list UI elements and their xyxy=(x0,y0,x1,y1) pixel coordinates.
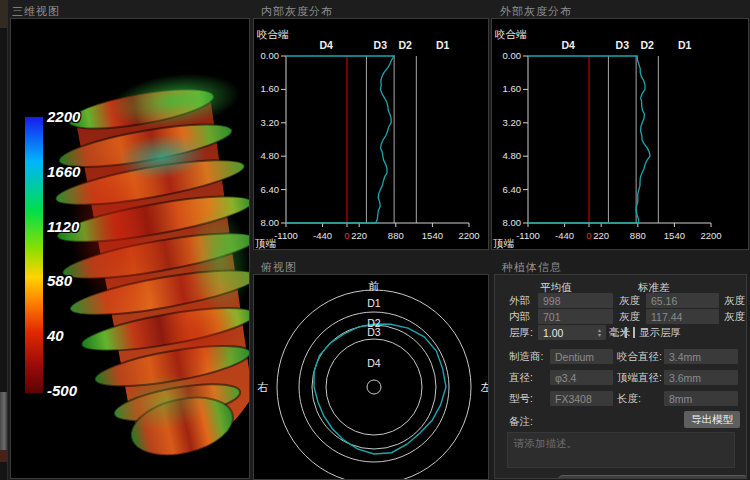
zone-label: D3 xyxy=(367,326,381,338)
y-tick-label: 8.00 xyxy=(261,217,280,228)
x-tick-label: 2200 xyxy=(700,230,721,241)
y-tick-label: 6.40 xyxy=(503,184,522,195)
zone-label: D1 xyxy=(678,39,692,51)
spinner-down-icon[interactable]: ▾ xyxy=(598,333,601,338)
y-tick-label: 6.40 xyxy=(261,184,280,195)
left-edge-red-accent xyxy=(0,450,7,462)
apex-diameter-label: 顶端直径: xyxy=(617,370,662,385)
panel-external-distribution: 外部灰度分布 咬合端 0.001.603.204.806.408.00-1100… xyxy=(491,0,750,253)
gray-unit-label: 灰度 xyxy=(724,309,745,324)
y-tick-label: 3.20 xyxy=(261,117,280,128)
left-side-label: 左 xyxy=(481,381,489,393)
zone-label: D1 xyxy=(436,39,450,51)
external-std-input[interactable] xyxy=(646,293,719,308)
zone-label: D3 xyxy=(616,39,630,51)
panel-internal-distribution: 内部灰度分布 咬合端 0.001.603.204.806.408.00-1100… xyxy=(252,0,489,253)
internal-label: 内部 xyxy=(509,309,530,324)
thickness-spinner[interactable]: ▴▾ xyxy=(538,325,606,340)
left-edge-scroll-thumb xyxy=(0,392,7,450)
collapsed-panel-edge[interactable] xyxy=(558,475,747,479)
viewport-3d[interactable]: 2200 1660 1120 580 40 -500 xyxy=(10,18,250,479)
y-tick-label: 0.00 xyxy=(503,50,522,61)
panel-implant-info: 种植体信息 平均值 标准差 外部 灰度 灰度 内部 灰度 灰度 层厚: ▴▾ 毫… xyxy=(491,256,750,480)
panel-3d-view: 三维视图 xyxy=(8,0,252,480)
occlusal-diameter-input[interactable] xyxy=(664,349,738,364)
y-tick-label: 8.00 xyxy=(503,217,522,228)
colorbar-label: -500 xyxy=(47,383,77,399)
y-tick-label: 1.60 xyxy=(261,83,280,94)
model-input[interactable] xyxy=(550,391,613,406)
apex-end-label: 顶端 xyxy=(493,237,514,251)
gray-unit-label: 灰度 xyxy=(724,293,745,308)
panel-3d-title: 三维视图 xyxy=(12,4,60,19)
colorbar-label: 580 xyxy=(47,273,72,289)
x-tick-label: 1540 xyxy=(664,230,685,241)
x-tick-label: 2200 xyxy=(458,230,479,241)
x-tick-label: -440 xyxy=(555,230,574,241)
diameter-input[interactable] xyxy=(550,370,613,385)
internal-chart-area: 咬合端 0.001.603.204.806.408.00-1100-440022… xyxy=(253,18,489,250)
colorbar-label: 40 xyxy=(47,328,64,344)
colorbar-label: 1660 xyxy=(47,164,80,180)
x-tick-label: -1100 xyxy=(274,230,298,241)
colorbar-label: 2200 xyxy=(47,109,80,125)
x-tick-label: 880 xyxy=(630,230,646,241)
apex-end-label: 顶端 xyxy=(255,237,276,251)
gray-unit-label: 灰度 xyxy=(619,309,640,324)
external-distribution-chart: 0.001.603.204.806.408.00-1100-4400220880… xyxy=(492,19,748,249)
x-tick-label: 880 xyxy=(388,230,404,241)
front-label: 前 xyxy=(368,280,380,292)
notes-textarea[interactable] xyxy=(507,432,735,468)
occlusal-diameter-label: 咬合直径: xyxy=(617,349,662,364)
y-tick-label: 0.00 xyxy=(261,50,280,61)
internal-mean-input[interactable] xyxy=(538,309,613,324)
zone-circle xyxy=(367,380,381,394)
notes-label: 备注: xyxy=(509,414,533,429)
topview-chart: 前D1D2D3D4右左 xyxy=(254,275,488,479)
apex-diameter-input[interactable] xyxy=(664,370,738,385)
model-label: 型号: xyxy=(509,391,533,406)
panel-info-title: 种植体信息 xyxy=(502,260,562,275)
x-tick-label: 1540 xyxy=(422,230,443,241)
right-side-label: 右 xyxy=(258,381,269,393)
panel-external-title: 外部灰度分布 xyxy=(500,4,572,19)
topview-chart-area: 前D1D2D3D4右左 xyxy=(253,274,489,480)
occlusal-end-label: 咬合端 xyxy=(495,28,527,42)
x-tick-label: 220 xyxy=(351,230,367,241)
implant-3d-model[interactable] xyxy=(11,19,249,478)
external-label: 外部 xyxy=(509,293,530,308)
std-header: 标准差 xyxy=(638,280,670,294)
implant-info-area: 平均值 标准差 外部 灰度 灰度 内部 灰度 灰度 层厚: ▴▾ 毫米 显示层厚… xyxy=(494,274,747,479)
x-tick-label: -440 xyxy=(313,230,332,241)
x-tick-label: 220 xyxy=(593,230,609,241)
y-tick-label: 4.80 xyxy=(261,150,280,161)
show-thickness-toggle[interactable] xyxy=(633,327,635,338)
left-edge-sliver xyxy=(0,0,8,480)
internal-distribution-chart: 0.001.603.204.806.408.00-1100-4400220880… xyxy=(254,19,488,249)
manufacturer-input[interactable] xyxy=(550,349,613,364)
mean-header: 平均值 xyxy=(540,280,572,294)
zone-label: D2 xyxy=(641,39,655,51)
export-model-button[interactable]: 导出模型 xyxy=(684,411,740,428)
zone-label: D4 xyxy=(367,357,381,369)
zone-circle xyxy=(326,339,422,435)
panel-top-view: 俯视图 前D1D2D3D4右左 xyxy=(252,256,489,480)
zone-label: D2 xyxy=(399,39,413,51)
external-chart-area: 咬合端 0.001.603.204.806.408.00-1100-440022… xyxy=(491,18,749,250)
y-tick-label: 1.60 xyxy=(503,83,522,94)
gray-unit-label: 灰度 xyxy=(619,293,640,308)
zone-label: D1 xyxy=(367,297,381,309)
diameter-label: 直径: xyxy=(509,370,533,385)
y-tick-label: 3.20 xyxy=(503,117,522,128)
external-mean-input[interactable] xyxy=(538,293,613,308)
color-scale-bar xyxy=(25,117,43,393)
thickness-label: 层厚: xyxy=(509,325,533,340)
zone-label: D3 xyxy=(374,39,388,51)
application-window: 三维视图 xyxy=(0,0,750,480)
length-input[interactable] xyxy=(664,391,738,406)
x-tick-label: 0 xyxy=(586,230,591,241)
internal-std-input[interactable] xyxy=(646,309,719,324)
x-tick-label: 0 xyxy=(344,230,349,241)
manufacturer-label: 制造商: xyxy=(509,349,543,364)
panel-topview-title: 俯视图 xyxy=(261,260,297,275)
